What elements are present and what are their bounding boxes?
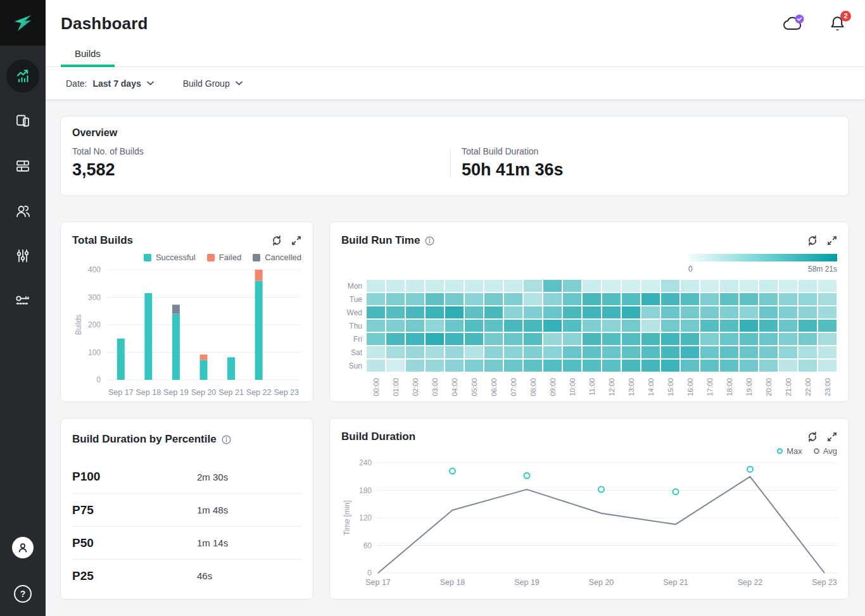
heatmap-cell: [641, 280, 660, 292]
heatmap-cell: [799, 293, 817, 305]
heatmap-cell: [386, 280, 405, 292]
heatmap-cell: [720, 280, 738, 292]
expand-icon[interactable]: [827, 432, 837, 442]
heatmap-cell: [484, 346, 503, 358]
cloud-icon: [782, 15, 805, 32]
legend-item-successful[interactable]: Successful: [144, 253, 196, 262]
heatmap-cell: [720, 293, 738, 305]
heatmap-cell: [602, 346, 621, 358]
total-builds-legend: SuccessfulFailedCancelled: [72, 253, 301, 262]
sidebar: ?: [0, 0, 46, 616]
heatmap-cell: [661, 280, 679, 292]
heatmap-cell: [386, 293, 405, 305]
legend-item-max[interactable]: Max: [777, 446, 802, 456]
heatmap-cell: [524, 293, 542, 305]
heatmap-cell: [622, 320, 640, 332]
sidebar-item-apps[interactable]: [6, 104, 39, 137]
heatmap-cell: [543, 320, 562, 332]
heatmap-cell: [367, 346, 385, 358]
sidebar-item-settings[interactable]: [6, 239, 39, 272]
expand-icon[interactable]: [291, 236, 301, 246]
svg-text:Thu: Thu: [349, 322, 362, 330]
heatmap-cell: [465, 280, 483, 292]
legend-swatch: [253, 254, 260, 261]
sidebar-item-api-keys[interactable]: [6, 284, 39, 317]
svg-text:Sep 23: Sep 23: [274, 388, 299, 397]
cloud-status-button[interactable]: [782, 15, 805, 32]
heatmap-cell: [426, 346, 444, 358]
tabs-bar: Builds: [46, 47, 865, 67]
logo-button[interactable]: [0, 0, 46, 46]
legend-item-failed[interactable]: Failed: [207, 253, 241, 262]
heatmap-cell: [465, 333, 483, 345]
heatmap-cell: [818, 360, 837, 372]
build-group-filter[interactable]: Build Group: [183, 79, 243, 89]
heatmap-cell: [524, 320, 542, 332]
svg-text:07:00: 07:00: [510, 378, 517, 396]
heatmap-cell: [445, 320, 464, 332]
heatmap-cell: [799, 280, 817, 292]
info-icon[interactable]: [222, 435, 231, 444]
heatmap-cell: [799, 333, 817, 345]
heatmap-cell: [799, 320, 817, 332]
heatmap-cell: [641, 306, 660, 318]
build-run-time-card: Build Run Time: [329, 222, 849, 402]
total-builds-label: Total No. of Builds: [72, 146, 450, 156]
svg-text:01:00: 01:00: [392, 378, 400, 396]
sidebar-item-team[interactable]: [6, 194, 39, 227]
svg-text:09:00: 09:00: [549, 378, 557, 396]
heatmap-cell: [543, 360, 562, 372]
refresh-icon[interactable]: [807, 431, 818, 443]
heatmap-cell: [681, 346, 699, 358]
heatmap-cell: [700, 293, 719, 305]
heatmap-cell: [759, 346, 778, 358]
sidebar-item-releases[interactable]: [6, 149, 39, 182]
refresh-icon[interactable]: [807, 235, 818, 246]
refresh-icon[interactable]: [271, 235, 282, 246]
heatmap-cell: [818, 293, 837, 305]
total-builds-value: 3,582: [72, 160, 450, 180]
heatmap-cell: [504, 333, 522, 345]
sidebar-item-insights[interactable]: [6, 60, 39, 92]
bar-segment-successful: [144, 293, 152, 380]
heatmap-cell: [426, 333, 444, 345]
heatmap-cell: [641, 293, 660, 305]
legend-item-cancelled[interactable]: Cancelled: [253, 253, 301, 262]
heatmap-cell: [406, 360, 424, 372]
heatmap-cell: [465, 293, 483, 305]
user-avatar[interactable]: [12, 537, 34, 558]
help-button[interactable]: ?: [14, 585, 32, 603]
svg-text:Sep 17: Sep 17: [365, 578, 391, 587]
heatmap-cell: [367, 293, 385, 305]
legend-item-avg[interactable]: Avg: [814, 446, 837, 456]
team-people-icon: [15, 203, 32, 220]
svg-text:0: 0: [96, 375, 101, 384]
heatmap-cell: [563, 333, 581, 345]
svg-text:Sep 21: Sep 21: [663, 578, 688, 587]
notifications-button[interactable]: 2: [829, 15, 846, 33]
heatmap-cell: [720, 306, 738, 318]
svg-text:20:00: 20:00: [765, 378, 773, 396]
key-icon: [14, 292, 32, 309]
tab-builds[interactable]: Builds: [61, 47, 115, 66]
heatmap-cell: [583, 360, 601, 372]
heatmap-cell: [818, 320, 837, 332]
info-icon[interactable]: [425, 236, 434, 246]
svg-text:15:00: 15:00: [667, 378, 674, 396]
heatmap-cell: [524, 280, 542, 292]
heatmap-cell: [720, 320, 738, 332]
svg-text:120: 120: [359, 513, 372, 522]
heatmap-cell: [406, 346, 424, 358]
expand-icon[interactable]: [827, 236, 837, 246]
svg-text:17:00: 17:00: [706, 378, 714, 396]
svg-text:Fri: Fri: [353, 335, 362, 344]
heatmap-cell: [543, 293, 562, 305]
date-filter[interactable]: Date: Last 7 days: [66, 79, 154, 89]
heatmap-cell: [700, 320, 719, 332]
heatmap-cell: [543, 333, 562, 345]
heatmap-cell: [622, 306, 640, 318]
heatmap-cell: [740, 320, 758, 332]
heatmap-cell: [367, 280, 385, 292]
scale-max-label: 58m 21s: [808, 265, 837, 273]
heatmap-cell: [386, 320, 405, 332]
